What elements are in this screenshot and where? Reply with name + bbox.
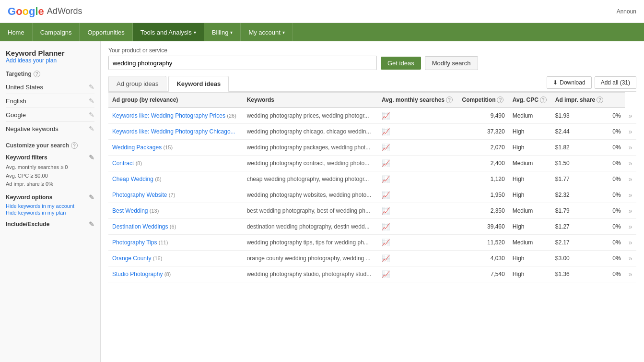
ad-group-link-1[interactable]: Keywords like: Wedding Photography Chica… [112,128,235,135]
table-row: Orange County (16) orange county wedding… [108,251,636,266]
ad-group-link-10[interactable]: Studio Photography [112,271,163,278]
nav-billing[interactable]: Billing ▾ [204,23,241,41]
keyword-options-edit[interactable]: ✎ [89,193,94,201]
chart-icon-3[interactable]: 📈 [382,159,390,167]
include-exclude-edit[interactable]: ✎ [89,220,94,228]
table-row: Best Wedding (13) best wedding photograp… [108,203,636,219]
chart-icon-6[interactable]: 📈 [382,207,390,215]
cell-avg-monthly-8: 11,520 [458,235,508,251]
avg-monthly-help[interactable]: ? [446,97,453,103]
hide-account-keywords-link[interactable]: Hide keywords in my account [6,203,94,209]
cell-avg-monthly-1: 37,320 [458,124,508,140]
cell-chevron-2[interactable]: » [625,140,636,156]
targeting-language-edit[interactable]: ✎ [89,97,94,105]
chart-icon-0[interactable]: 📈 [382,112,390,120]
add-ideas-link[interactable]: Add ideas your plan [6,57,94,64]
customize-help-icon[interactable]: ? [71,142,78,149]
modify-search-button[interactable]: Modify search [425,56,478,70]
hide-plan-keywords-link[interactable]: Hide keywords in my plan [6,210,94,216]
ad-group-count-0: (26) [227,113,236,119]
cell-chevron-10[interactable]: » [625,266,636,282]
table-row: Keywords like: Wedding Photography Chica… [108,124,636,140]
cell-keywords-9: orange county wedding photography, weddi… [243,251,378,266]
ad-group-link-7[interactable]: Destination Weddings [112,223,168,230]
chart-icon-9[interactable]: 📈 [382,254,390,262]
nav-tools[interactable]: Tools and Analysis ▾ [133,23,204,41]
chart-icon-2[interactable]: 📈 [382,144,390,151]
nav-opportunities[interactable]: Opportunities [80,23,132,41]
tab-ad-group-ideas[interactable]: Ad group ideas [108,76,166,91]
chart-icon-8[interactable]: 📈 [382,239,390,246]
ad-group-link-8[interactable]: Photography Tips [112,239,157,246]
tab-keyword-ideas[interactable]: Keyword ideas [168,76,229,92]
cell-chevron-0[interactable]: » [625,108,636,124]
cell-chevron-1[interactable]: » [625,124,636,140]
cell-ad-impr-3: 0% [609,156,625,171]
cell-chevron-7[interactable]: » [625,219,636,235]
keyword-filters-lines: Avg. monthly searches ≥ 0 Avg. CPC ≥ $0.… [6,163,94,189]
competition-help[interactable]: ? [497,97,503,103]
chart-icon-4[interactable]: 📈 [382,175,390,183]
ad-group-link-2[interactable]: Wedding Packages [112,144,162,151]
cell-ad-impr-6: 0% [609,203,625,219]
sidebar: Keyword Planner Add ideas your plan Targ… [0,41,101,362]
targeting-negative-kw-edit[interactable]: ✎ [89,125,94,133]
cell-chevron-3[interactable]: » [625,156,636,171]
targeting-network-edit[interactable]: ✎ [89,111,94,119]
cell-competition-7: High [509,219,551,235]
targeting-network: Google ✎ [6,108,94,122]
ad-group-link-4[interactable]: Cheap Wedding [112,176,153,182]
cell-chart-1: 📈 [378,124,458,140]
cell-competition-8: Medium [509,235,551,251]
cell-chart-8: 📈 [378,235,458,251]
cell-ad-group-10: Studio Photography (8) [108,266,243,282]
search-bar-label: Your product or service [108,47,636,54]
top-account-label[interactable]: Announ [617,8,636,15]
download-button[interactable]: ⬇ Download [547,76,591,89]
cell-chart-0: 📈 [378,108,458,124]
cell-chevron-4[interactable]: » [625,171,636,187]
ad-group-link-5[interactable]: Photography Website [112,192,167,198]
ad-group-count-2: (15) [164,145,173,150]
ad-group-link-6[interactable]: Best Wedding [112,207,148,214]
ad-group-link-3[interactable]: Contract [112,160,134,167]
cell-avg-cpc-2: $1.82 [551,140,609,156]
ad-group-link-9[interactable]: Orange County [112,255,151,262]
col-avg-cpc: Avg. CPC ? [509,93,551,108]
cell-avg-cpc-10: $1.36 [551,266,609,282]
targeting-country-edit[interactable]: ✎ [89,83,94,91]
chart-icon-1[interactable]: 📈 [382,128,390,135]
chart-icon-10[interactable]: 📈 [382,270,390,278]
get-ideas-button[interactable]: Get ideas [381,57,421,70]
cell-chevron-5[interactable]: » [625,187,636,203]
cell-chart-7: 📈 [378,219,458,235]
avg-cpc-help[interactable]: ? [540,97,547,103]
cell-chevron-9[interactable]: » [625,251,636,266]
keyword-filters-edit[interactable]: ✎ [89,154,94,161]
cell-avg-monthly-7: 39,460 [458,219,508,235]
chart-icon-7[interactable]: 📈 [382,223,390,230]
ad-group-count-5: (7) [169,192,175,198]
chart-icon-5[interactable]: 📈 [382,191,390,199]
ad-impr-share-help[interactable]: ? [597,97,603,103]
cell-keywords-3: wedding photography contract, wedding ph… [243,156,378,171]
cell-chart-6: 📈 [378,203,458,219]
cell-ad-impr-2: 0% [609,140,625,156]
cell-ad-impr-1: 0% [609,124,625,140]
search-input[interactable] [108,56,377,70]
cell-avg-monthly-6: 2,350 [458,203,508,219]
targeting-help-icon[interactable]: ? [34,71,40,77]
tabs-bar: Ad group ideas Keyword ideas ⬇ Download … [108,76,636,92]
cell-chevron-6[interactable]: » [625,203,636,219]
cell-chevron-8[interactable]: » [625,235,636,251]
nav-my-account[interactable]: My account ▾ [241,23,293,41]
ad-group-link-0[interactable]: Keywords like: Wedding Photography Price… [112,112,225,119]
add-all-button[interactable]: Add all (31) [595,76,636,89]
table-row: Contract (8) wedding photography contrac… [108,156,636,171]
nav-home[interactable]: Home [0,23,33,41]
cell-avg-cpc-6: $1.79 [551,203,609,219]
cell-chart-4: 📈 [378,171,458,187]
ad-group-count-7: (6) [170,224,176,229]
nav-campaigns[interactable]: Campaigns [33,23,80,41]
ad-group-count-10: (8) [164,271,171,277]
